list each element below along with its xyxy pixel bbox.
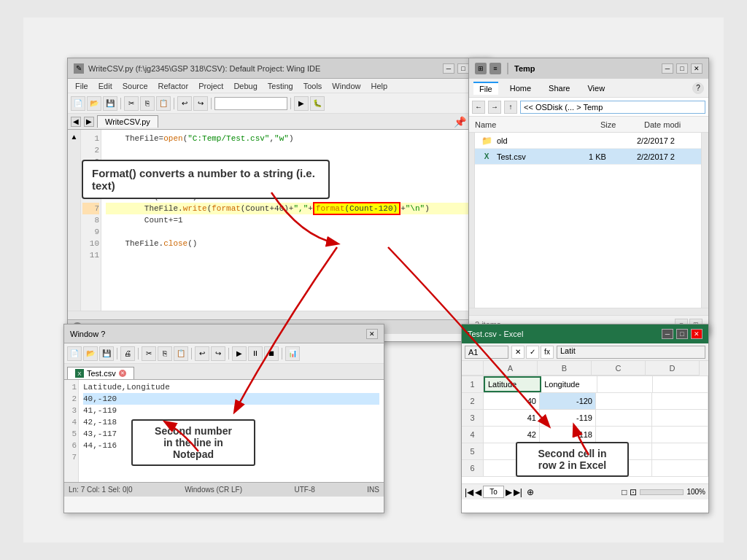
- pin-icon[interactable]: 📌: [454, 116, 466, 128]
- excel-cell-d1[interactable]: [653, 376, 708, 392]
- excel-cell-d3[interactable]: [652, 410, 708, 426]
- menu-project[interactable]: Project: [194, 80, 228, 92]
- explorer-item-old[interactable]: 📁 old 2/2/2017 2: [475, 133, 701, 149]
- wing-file-tab[interactable]: WriteCSV.py: [97, 115, 158, 128]
- excel-minimize-button[interactable]: ─: [662, 329, 673, 339]
- ribbon-tab-home[interactable]: Home: [504, 82, 537, 94]
- excel-cell-d4[interactable]: [652, 427, 708, 443]
- tb-redo[interactable]: ↪: [193, 96, 208, 111]
- np-tb-btn6[interactable]: ⎘: [158, 346, 172, 361]
- ribbon-tab-share[interactable]: Share: [543, 82, 576, 94]
- tb-cut[interactable]: ✂: [124, 96, 139, 111]
- nav-back-button[interactable]: ◀: [71, 117, 81, 127]
- excel-sheet-tab-1[interactable]: To: [483, 486, 504, 498]
- excel-close-button[interactable]: ✕: [691, 329, 703, 339]
- tb-undo[interactable]: ↩: [177, 96, 192, 111]
- horizontal-scrollbar[interactable]: [68, 311, 489, 319]
- excel-cell-b2[interactable]: -120: [540, 393, 596, 409]
- address-back-button[interactable]: ←: [472, 101, 485, 114]
- tb-save[interactable]: 💾: [103, 96, 117, 111]
- search-input[interactable]: [214, 97, 287, 110]
- excel-cell-d6[interactable]: [652, 460, 708, 476]
- np-tb-btn5[interactable]: ✂: [142, 346, 156, 361]
- scroll-up-btn[interactable]: ▲: [69, 131, 80, 141]
- formula-cancel-button[interactable]: ✕: [511, 346, 525, 359]
- tb-copy[interactable]: ⎘: [140, 96, 155, 111]
- sheet-add-button[interactable]: ⊕: [527, 487, 534, 497]
- np-tb-btn2[interactable]: 📂: [83, 346, 98, 361]
- sheet-nav-right[interactable]: ▶|: [514, 487, 522, 497]
- explorer-close-button[interactable]: ✕: [691, 63, 703, 74]
- excel-cell-b4[interactable]: -118: [540, 427, 596, 443]
- menu-edit[interactable]: Edit: [94, 80, 117, 92]
- np-tb-btn4[interactable]: 🖨: [120, 346, 135, 361]
- tb-new[interactable]: 📄: [71, 96, 85, 111]
- formula-insert-button[interactable]: fx: [541, 346, 554, 359]
- notepad-close-button[interactable]: ✕: [366, 329, 378, 339]
- excel-row-2: 2 40 -120: [462, 393, 708, 410]
- menu-file[interactable]: File: [71, 80, 93, 92]
- menu-debug[interactable]: Debug: [229, 80, 261, 92]
- explorer-item-testcsv[interactable]: X Test.csv 1 KB 2/2/2017 2: [475, 149, 701, 165]
- code-content[interactable]: TheFile=open("C:Temp/Test.csv","w") Coun…: [101, 130, 489, 311]
- excel-cell-d2[interactable]: [652, 393, 708, 409]
- explorer-minimize-button[interactable]: ─: [662, 63, 673, 74]
- nav-forward-button[interactable]: ▶: [84, 117, 94, 127]
- excel-cell-b1[interactable]: Longitude: [541, 376, 597, 392]
- tb-open[interactable]: 📂: [87, 96, 101, 111]
- excel-view-normal[interactable]: □: [622, 487, 627, 497]
- np-tb-btn13[interactable]: 📊: [285, 346, 300, 361]
- excel-cell-c1[interactable]: [597, 376, 653, 392]
- np-tb-btn9[interactable]: ↪: [211, 346, 225, 361]
- tb-debug[interactable]: 🐛: [310, 96, 325, 111]
- menu-source[interactable]: Source: [118, 80, 152, 92]
- notepad-titlebar: Window ? ✕: [64, 324, 384, 343]
- explorer-maximize-button[interactable]: □: [676, 63, 688, 74]
- excel-zoom-slider[interactable]: [640, 489, 684, 495]
- excel-cell-c3[interactable]: [596, 410, 652, 426]
- np-tb-btn12[interactable]: ⏹: [264, 346, 279, 361]
- np-tb-btn8[interactable]: ↩: [195, 346, 209, 361]
- notepad-tab-close[interactable]: ✕: [119, 370, 126, 377]
- tb-paste[interactable]: 📋: [156, 96, 171, 111]
- menu-tools[interactable]: Tools: [299, 80, 327, 92]
- excel-cell-a1[interactable]: Latitude: [484, 376, 541, 392]
- excel-cell-d5[interactable]: [652, 443, 708, 459]
- np-tb-btn7[interactable]: 📋: [174, 346, 188, 361]
- address-up-button[interactable]: ↑: [504, 101, 517, 114]
- menu-testing[interactable]: Testing: [263, 80, 298, 92]
- ribbon-tab-file[interactable]: File: [473, 82, 498, 95]
- excel-cell-a2[interactable]: 40: [484, 393, 540, 409]
- ribbon-tab-view[interactable]: View: [581, 82, 611, 94]
- excel-cell-a3[interactable]: 41: [484, 410, 540, 426]
- excel-cell-b3[interactable]: -119: [540, 410, 596, 426]
- sheet-nav-prev[interactable]: ◀: [475, 487, 481, 497]
- wing-maximize-button[interactable]: □: [457, 63, 469, 74]
- formula-input[interactable]: Latit: [557, 346, 705, 359]
- sheet-nav-next[interactable]: ▶: [506, 487, 512, 497]
- formula-confirm-button[interactable]: ✓: [526, 346, 539, 359]
- excel-cell-c2[interactable]: [596, 393, 652, 409]
- excel-cell-c4[interactable]: [596, 427, 652, 443]
- menu-window[interactable]: Window: [328, 80, 365, 92]
- notepad-tab-testcsv[interactable]: X Test.csv ✕: [67, 367, 134, 379]
- explorer-hscroll[interactable]: [469, 308, 708, 315]
- help-icon[interactable]: ?: [692, 82, 704, 94]
- np-tb-btn11[interactable]: ⏸: [248, 346, 263, 361]
- cell-reference-box[interactable]: A1: [465, 346, 508, 359]
- menu-refactor[interactable]: Refactor: [154, 80, 193, 92]
- np-tb-btn3[interactable]: 💾: [99, 346, 114, 361]
- address-forward-button[interactable]: →: [488, 101, 501, 114]
- np-tb-btn10[interactable]: ▶: [232, 346, 247, 361]
- np-tb-btn1[interactable]: 📄: [67, 346, 82, 361]
- sheet-nav-left[interactable]: |◀: [465, 487, 473, 497]
- excel-cell-a4[interactable]: 42: [484, 427, 540, 443]
- excel-maximize-button[interactable]: □: [676, 329, 688, 339]
- wing-minimize-button[interactable]: ─: [443, 63, 454, 74]
- menu-help[interactable]: Help: [366, 80, 392, 92]
- excel-view-layout[interactable]: ⊡: [630, 487, 637, 497]
- right-scroll-area[interactable]: [701, 133, 708, 308]
- tb-run[interactable]: ▶: [294, 96, 309, 111]
- tb-sep1: [120, 98, 121, 109]
- address-path[interactable]: << OSDisk (... > Temp: [520, 101, 705, 114]
